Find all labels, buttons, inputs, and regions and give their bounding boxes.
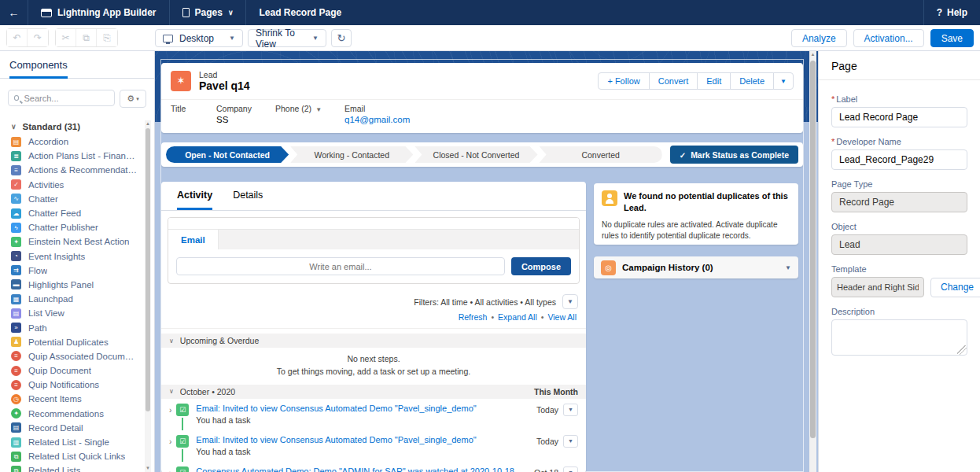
scroll-up-icon[interactable]: ▲: [145, 120, 151, 127]
timeline-item-title[interactable]: Email: Invited to view Consensus Automat…: [196, 404, 530, 413]
convert-button[interactable]: Convert: [649, 72, 698, 90]
paste-button[interactable]: ⎘: [97, 29, 117, 46]
save-button[interactable]: Save: [930, 29, 974, 47]
component-item[interactable]: ▦Launchpad: [11, 292, 154, 306]
compose-button[interactable]: Compose: [511, 257, 571, 275]
components-scrollbar[interactable]: ▲ ▼: [145, 120, 151, 472]
component-item[interactable]: ▤Accordion: [11, 135, 154, 149]
component-item[interactable]: ▥Related List - Single: [11, 435, 154, 449]
timeline-item-menu-button[interactable]: ▼: [563, 466, 578, 472]
template-field: [831, 277, 924, 297]
month-section[interactable]: ∨ October • 2020 This Month: [161, 385, 586, 399]
canvas-scrollbar[interactable]: ▲: [809, 51, 816, 472]
delete-button[interactable]: Delete: [730, 72, 774, 90]
component-item[interactable]: ▤Record Detail: [11, 421, 154, 435]
timeline-connector: [182, 418, 183, 430]
timeline-icon-wrap: ☑: [176, 466, 189, 472]
back-button[interactable]: ←: [0, 0, 28, 25]
timeline-item: ›☑Email: Invited to view Consensus Autom…: [161, 430, 586, 462]
timeline-item-menu-button[interactable]: ▼: [563, 404, 578, 416]
tab-activity[interactable]: Activity: [177, 190, 212, 210]
component-item[interactable]: ≡Quip Notifications: [11, 378, 154, 392]
component-item[interactable]: ≡Actions & Recommendations: [11, 163, 154, 177]
campaign-history-component[interactable]: ◎ Campaign History (0) ▼: [594, 256, 798, 278]
timeline-item-title[interactable]: Consensus Automated Demo: Demo "ADMIN fo…: [196, 466, 528, 472]
follow-button[interactable]: + Follow: [598, 72, 649, 90]
component-item[interactable]: ◷Recent Items: [11, 392, 154, 406]
timeline-item-title[interactable]: Email: Invited to view Consensus Automat…: [196, 435, 530, 444]
related-list-single-icon: ▥: [11, 437, 21, 448]
component-item[interactable]: ⧉Related List Quick Links: [11, 449, 154, 463]
path-stage[interactable]: Closed - Not Converted: [414, 146, 537, 163]
component-item[interactable]: ✦Einstein Next Best Action: [11, 234, 154, 249]
component-search[interactable]: [8, 90, 115, 106]
settings-menu-button[interactable]: ⚙▾: [120, 90, 146, 108]
timeline-item-menu-button[interactable]: ▼: [563, 435, 578, 448]
tab-details[interactable]: Details: [233, 190, 263, 210]
component-item[interactable]: ✓Activities: [11, 178, 154, 192]
expand-chevron-icon[interactable]: ›: [169, 469, 171, 472]
record-field-label: Phone (2)▼: [275, 104, 344, 113]
refresh-button[interactable]: ↻: [331, 29, 352, 47]
path-stage[interactable]: Open - Not Contacted: [166, 146, 289, 163]
component-item[interactable]: ▬Highlights Panel: [11, 278, 154, 292]
search-input[interactable]: [24, 94, 109, 103]
cut-button[interactable]: ✂: [56, 29, 76, 46]
pages-menu[interactable]: Pages ∨: [170, 0, 247, 25]
chevron-down-icon[interactable]: ▼: [785, 264, 791, 271]
tab-email[interactable]: Email: [168, 230, 219, 249]
redo-button[interactable]: ↷: [28, 29, 48, 46]
highlights-panel-component[interactable]: ✶ Lead Pavel q14 + FollowConvertEditDele…: [161, 63, 803, 133]
developer-name-field[interactable]: [831, 149, 967, 170]
scroll-up-icon[interactable]: ▲: [809, 52, 816, 57]
recent-items-icon: ◷: [11, 394, 21, 404]
edit-button[interactable]: Edit: [697, 72, 731, 90]
component-item[interactable]: ⧉Related Lists: [11, 463, 154, 472]
component-item[interactable]: ≡Quip Document: [11, 363, 154, 378]
standard-group-header[interactable]: ∨ Standard (31): [0, 116, 154, 135]
device-selector[interactable]: Desktop ▼: [155, 29, 243, 47]
change-template-button[interactable]: Change: [930, 278, 980, 297]
undo-redo-group: ↶ ↷: [6, 28, 49, 47]
mark-status-complete-button[interactable]: ✓Mark Status as Complete: [670, 146, 798, 164]
refresh-link[interactable]: Refresh: [459, 312, 488, 322]
component-item[interactable]: ≣Action Plans List - Financial Servi...: [11, 149, 154, 163]
path-component[interactable]: Open - Not ContactedWorking - ContactedC…: [161, 142, 803, 167]
component-item[interactable]: ♟Potential Duplicates: [11, 335, 154, 349]
component-item[interactable]: ϟChatter Publisher: [11, 220, 154, 234]
undo-button[interactable]: ↶: [7, 29, 28, 46]
path-stage[interactable]: Working - Contacted: [290, 146, 413, 163]
component-item[interactable]: ⇉Flow: [11, 264, 154, 278]
component-item[interactable]: ≡Quip Associated Documents: [11, 349, 154, 363]
component-item[interactable]: ◔Event Insights: [11, 249, 154, 264]
chevron-down-icon: ▾: [136, 96, 139, 102]
label-field[interactable]: [831, 107, 967, 127]
email-compose-input[interactable]: [176, 257, 505, 275]
description-field[interactable]: [831, 319, 967, 356]
filter-icon[interactable]: ▼: [562, 294, 578, 309]
component-item[interactable]: ∿Chatter: [11, 192, 154, 206]
potential-duplicates-component[interactable]: We found no potential duplicates of this…: [594, 183, 798, 245]
scroll-down-icon[interactable]: ▼: [145, 465, 151, 472]
path-stage[interactable]: Converted: [540, 146, 662, 163]
component-item[interactable]: ☁Chatter Feed: [11, 206, 154, 220]
component-item[interactable]: ▤List View: [11, 306, 154, 320]
activities-component[interactable]: ActivityDetails Email Compose Filters: A…: [161, 182, 586, 472]
zoom-selector[interactable]: Shrink To View ▼: [248, 29, 326, 47]
expand-all-link[interactable]: Expand All: [498, 312, 537, 322]
expand-chevron-icon[interactable]: ›: [169, 406, 171, 415]
analyze-button[interactable]: Analyze: [791, 29, 847, 47]
chevron-down-icon[interactable]: ▼: [315, 106, 322, 113]
component-item[interactable]: ✦Recommendations: [11, 407, 154, 421]
component-item[interactable]: »Path: [11, 320, 154, 334]
upcoming-overdue-section[interactable]: ∨ Upcoming & Overdue: [161, 334, 586, 348]
help-link[interactable]: ? Help: [923, 0, 980, 25]
expand-chevron-icon[interactable]: ›: [169, 437, 171, 446]
potential-duplicates-icon: ♟: [11, 337, 21, 347]
record-field-value[interactable]: q14@gmail.com: [344, 115, 439, 125]
tab-components[interactable]: Components: [9, 59, 68, 79]
view-all-link[interactable]: View All: [547, 312, 577, 322]
activation-button[interactable]: Activation...: [853, 29, 924, 47]
copy-button[interactable]: ⧉: [76, 29, 97, 46]
more-actions-button[interactable]: ▼: [773, 72, 794, 90]
